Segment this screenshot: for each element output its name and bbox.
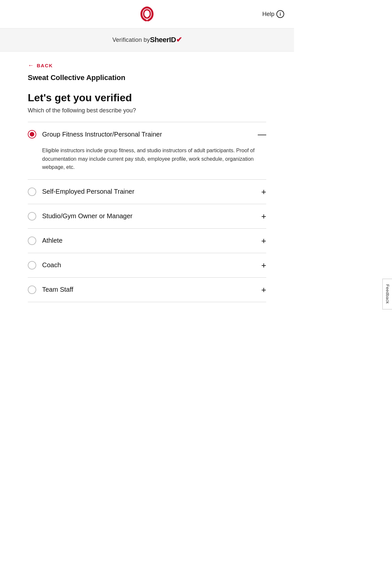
option-label-team-staff: Team Staff [42,286,73,293]
option-label-coach: Coach [42,261,61,269]
radio-studio-gym[interactable] [28,212,36,220]
option-header-coach[interactable]: Coach + [28,253,266,277]
radio-athlete[interactable] [28,237,36,245]
sheerid-check-icon: ✔ [176,36,182,44]
toggle-team-staff[interactable]: + [261,286,266,294]
radio-self-employed[interactable] [28,188,36,196]
option-item-team-staff: Team Staff + [28,278,266,302]
option-label-group-fitness: Group Fitness Instructor/Personal Traine… [42,131,162,138]
toggle-self-employed[interactable]: + [261,188,266,196]
option-header-athlete[interactable]: Athlete + [28,229,266,253]
toggle-athlete[interactable]: + [261,237,266,245]
option-label-self-employed: Self-Employed Personal Trainer [42,188,134,195]
radio-team-staff[interactable] [28,286,36,294]
lululemon-logo [137,6,157,22]
main-content: ← BACK Sweat Collective Application Let'… [0,52,294,315]
option-item-athlete: Athlete + [28,229,266,253]
option-description-group-fitness: Eligible instructors include group fitne… [28,146,266,179]
toggle-coach[interactable]: + [261,261,266,270]
option-label-studio-gym: Studio/Gym Owner or Manager [42,212,133,220]
back-label: BACK [37,63,53,68]
radio-coach[interactable] [28,261,36,270]
radio-inner-group-fitness [30,132,34,137]
section-heading: Let's get you verified [28,92,266,104]
toggle-group-fitness[interactable]: — [258,130,266,139]
option-item-studio-gym: Studio/Gym Owner or Manager + [28,204,266,229]
options-list: Group Fitness Instructor/Personal Traine… [28,122,266,302]
section-subtitle: Which of the following best describe you… [28,107,266,114]
sheerid-brand: SheerID✔ [150,36,182,44]
option-header-group-fitness[interactable]: Group Fitness Instructor/Personal Traine… [28,122,266,146]
info-icon: i [276,10,284,18]
option-item-group-fitness: Group Fitness Instructor/Personal Traine… [28,122,266,180]
sheerid-banner: Verification by SheerID✔ [0,28,294,52]
option-label-athlete: Athlete [42,237,62,244]
option-header-team-staff[interactable]: Team Staff + [28,278,266,302]
option-item-coach: Coach + [28,253,266,278]
back-arrow-icon: ← [28,62,34,69]
option-item-self-employed: Self-Employed Personal Trainer + [28,180,266,204]
back-button[interactable]: ← BACK [28,62,53,69]
radio-group-fitness[interactable] [28,130,36,139]
sheerid-prefix: Verification by [112,37,150,43]
help-label: Help [262,11,274,18]
header: Help i [0,0,294,28]
toggle-studio-gym[interactable]: + [261,212,266,220]
option-header-studio-gym[interactable]: Studio/Gym Owner or Manager + [28,204,266,228]
help-button[interactable]: Help i [262,10,284,18]
page-title: Sweat Collective Application [28,74,266,82]
option-header-self-employed[interactable]: Self-Employed Personal Trainer + [28,180,266,204]
